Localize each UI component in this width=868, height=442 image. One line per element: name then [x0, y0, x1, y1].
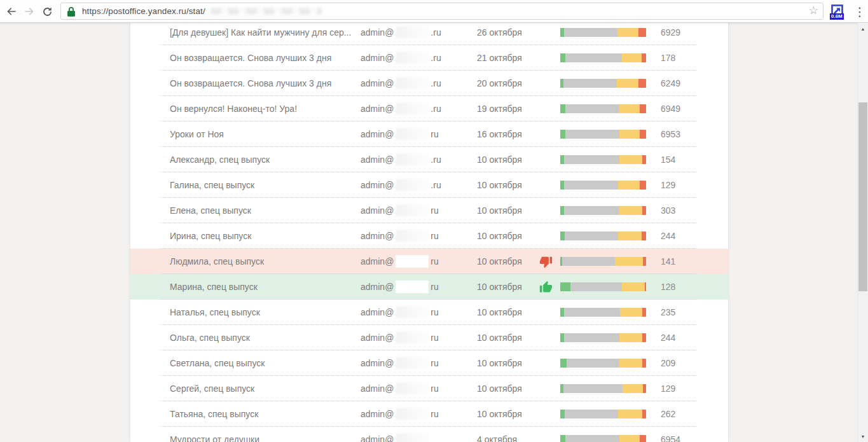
recipients-count: 209 — [661, 358, 675, 368]
bar-segment-gray — [565, 435, 619, 442]
reload-button[interactable] — [39, 3, 55, 20]
table-row[interactable]: Ирина, спец выпуск admin@ ru 10 октября … — [130, 223, 728, 249]
bar-segment-red — [645, 282, 646, 291]
reload-icon — [41, 6, 53, 18]
campaign-subject: Ольга, спец выпуск — [170, 333, 361, 343]
campaign-subject: Уроки от Ноя — [170, 129, 361, 139]
email-user-part: admin@ — [361, 155, 394, 165]
scrollbar-thumb[interactable] — [858, 102, 867, 291]
bar-segment-red — [642, 206, 646, 215]
table-row[interactable]: Он вернулся! Наконец-то! Ура! admin@ .ru… — [130, 96, 728, 121]
scroll-up-icon[interactable]: ▲ — [858, 24, 868, 33]
email-user-part: admin@ — [361, 53, 394, 63]
bookmark-star-icon[interactable]: ☆ — [809, 4, 818, 17]
address-bar[interactable]: https://postoffice.yandex.ru/stat/ ☆ — [60, 3, 823, 20]
rating-slot — [539, 304, 560, 321]
send-date: 26 октября — [477, 27, 539, 38]
table-row[interactable]: Уроки от Ноя admin@ ru 16 октября 6953 — [130, 121, 728, 147]
table-row[interactable]: Елена, спец выпуск admin@ ru 10 октября … — [130, 198, 728, 223]
table-row[interactable]: Марина, спец выпуск admin@ ru 10 октября… — [130, 274, 728, 300]
stats-card: [Для девушек] Как найти мужчину для сер.… — [130, 23, 728, 442]
rating-slot — [539, 126, 560, 142]
campaign-subject: Светлана, спец выпуск — [170, 358, 361, 368]
rating-slot — [539, 202, 560, 219]
secure-lock-icon — [67, 6, 75, 17]
table-row[interactable]: Сергей, спец выпуск admin@ ru 10 октября… — [130, 376, 728, 401]
send-date: 10 октября — [477, 383, 539, 394]
bar-segment-yellow — [617, 28, 638, 37]
table-row[interactable]: Он возвращается. Снова лучших 3 дня admi… — [130, 71, 728, 96]
bar-segment-gray — [564, 155, 619, 164]
bar-segment-yellow — [618, 410, 642, 418]
sender-email: admin@ ru — [361, 331, 443, 344]
bar-segment-gray — [565, 410, 618, 418]
email-redacted-blur — [396, 204, 429, 217]
bar-segment-gray — [567, 359, 619, 368]
email-domain-part: .ru — [431, 180, 441, 190]
table-row[interactable]: [Для девушек] Как найти мужчину для сер.… — [130, 23, 728, 45]
table-row[interactable]: Мудрости от дедушки admin@ 4 октября 695… — [130, 427, 728, 442]
bar-segment-gray — [565, 231, 618, 240]
campaign-subject: Ирина, спец выпуск — [170, 231, 361, 241]
email-redacted-blur — [396, 382, 429, 395]
campaign-subject: Галина, спец выпуск — [170, 180, 361, 190]
email-domain-part: .ru — [431, 27, 441, 38]
extension-button[interactable]: 0.6M — [831, 4, 845, 20]
bar-segment-green — [560, 435, 565, 442]
email-user-part: admin@ — [361, 27, 394, 38]
table-row[interactable]: Людмила, спец выпуск admin@ ru 10 октябр… — [130, 249, 728, 274]
send-date: 19 октября — [477, 104, 539, 114]
table-row[interactable]: Наталья, спец выпуск admin@ ru 10 октябр… — [130, 300, 728, 325]
browser-menu-button[interactable]: ⋮ — [852, 3, 867, 20]
engagement-bar — [560, 410, 646, 418]
back-button[interactable] — [3, 3, 20, 20]
email-redacted-blur — [396, 179, 429, 191]
email-domain-part: ru — [431, 205, 438, 216]
table-row[interactable]: Татьяна, спец выпуск admin@ ru 10 октябр… — [130, 401, 728, 427]
send-date: 10 октября — [477, 282, 539, 292]
rating-slot — [539, 279, 560, 295]
send-date: 16 октября — [477, 129, 539, 139]
table-row[interactable]: Ольга, спец выпуск admin@ ru 10 октября … — [130, 325, 728, 350]
email-domain-part: ru — [431, 307, 438, 317]
email-redacted-blur — [396, 280, 429, 293]
engagement-bar — [560, 333, 646, 342]
bar-segment-yellow — [619, 206, 642, 215]
table-row[interactable]: Галина, спец выпуск admin@ .ru 10 октябр… — [130, 172, 728, 198]
table-row[interactable]: Александр, спец выпуск admin@ .ru 10 окт… — [130, 147, 728, 172]
send-date: 10 октября — [477, 155, 539, 165]
recipients-count: 6954 — [661, 434, 680, 442]
forward-button[interactable] — [21, 3, 38, 20]
table-row[interactable]: Он возвращается. Снова лучших 3 дня admi… — [130, 45, 728, 71]
bar-segment-yellow — [615, 257, 643, 266]
bar-segment-gray — [564, 308, 620, 317]
email-domain-part: .ru — [431, 155, 441, 165]
email-redacted-blur — [396, 408, 429, 420]
campaign-subject: Марина, спец выпуск — [170, 282, 361, 292]
vertical-scrollbar[interactable]: ▲ ▼ — [857, 23, 868, 442]
scroll-down-icon[interactable]: ▼ — [858, 432, 868, 441]
thumb-up-icon[interactable] — [539, 280, 553, 294]
table-row[interactable]: Светлана, спец выпуск admin@ ru 10 октяб… — [130, 350, 728, 376]
engagement-bar — [560, 181, 646, 190]
engagement-bar — [560, 104, 646, 113]
rating-slot — [539, 380, 560, 397]
campaign-subject: Он возвращается. Снова лучших 3 дня — [170, 53, 361, 63]
bar-segment-green — [560, 282, 570, 291]
campaign-subject: Мудрости от дедушки — [170, 434, 361, 442]
sender-email: admin@ .ru — [361, 26, 443, 39]
campaign-subject: Татьяна, спец выпуск — [170, 409, 361, 419]
thumb-down-icon[interactable] — [539, 255, 553, 268]
bar-segment-gray — [570, 282, 622, 291]
email-redacted-blur — [396, 230, 429, 242]
engagement-bar — [560, 384, 646, 393]
email-user-part: admin@ — [361, 307, 394, 317]
email-redacted-blur — [396, 255, 429, 268]
recipients-count: 129 — [661, 180, 675, 190]
email-user-part: admin@ — [361, 409, 394, 419]
email-redacted-blur — [396, 357, 429, 369]
email-redacted-blur — [396, 331, 429, 344]
bar-segment-red — [640, 435, 646, 442]
engagement-bar — [560, 206, 646, 215]
email-domain-part: .ru — [431, 53, 441, 63]
